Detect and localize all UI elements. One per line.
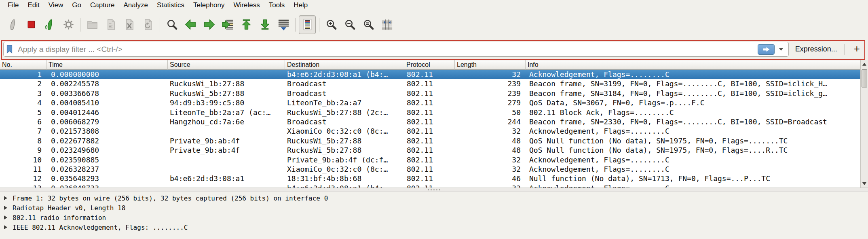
cell-destination: b4:e6:2d:d3:08:a1 (b4:… bbox=[285, 184, 404, 188]
scrollbar-thumb[interactable] bbox=[862, 69, 867, 87]
open-file-button[interactable] bbox=[84, 15, 101, 34]
packet-row-10[interactable]: 100.023590885Private_9b:ab:4f (dc:f…802.… bbox=[0, 155, 860, 164]
packet-row-5[interactable]: 50.004012446LiteonTe_bb:2a:a7 (ac:…Rucku… bbox=[0, 108, 860, 117]
cell-protocol: 802.11 bbox=[404, 117, 455, 126]
menu-analyze[interactable]: Analyze bbox=[119, 0, 152, 10]
cell-info: Null function (No data), SN=1713, FN=0, … bbox=[526, 174, 860, 183]
expression-button[interactable]: Expression... bbox=[795, 45, 837, 53]
apply-filter-button[interactable] bbox=[758, 44, 775, 55]
column-header-info[interactable]: Info bbox=[526, 60, 860, 70]
scroll-up-button[interactable] bbox=[861, 60, 868, 68]
cell-destination: LiteonTe_bb:2a:a7 bbox=[285, 98, 404, 107]
expander-arrow-icon[interactable] bbox=[4, 225, 7, 229]
cell-time: 0.023249680 bbox=[46, 145, 168, 155]
start-capture-button[interactable] bbox=[4, 15, 21, 34]
auto-scroll-button[interactable] bbox=[275, 15, 292, 34]
toolbar-separator bbox=[295, 18, 296, 32]
expander-arrow-icon[interactable] bbox=[4, 206, 7, 210]
zoom-in-button[interactable] bbox=[323, 15, 340, 34]
column-header-protocol[interactable]: Protocol bbox=[404, 60, 455, 70]
packet-row-6[interactable]: 60.006068279Hangzhou_cd:7a:6eBroadcast80… bbox=[0, 117, 860, 126]
cell-length: 48 bbox=[455, 136, 526, 145]
restart-capture-button[interactable] bbox=[41, 15, 58, 34]
restart-capture-icon bbox=[44, 18, 56, 31]
expander-arrow-icon[interactable] bbox=[4, 196, 7, 200]
packet-row-4[interactable]: 40.00400541094:d9:b3:99:c5:80LiteonTe_bb… bbox=[0, 98, 860, 107]
detail-row[interactable]: 802.11 radio information bbox=[0, 213, 868, 222]
colorize-packets-button[interactable] bbox=[299, 15, 316, 34]
go-back-icon bbox=[184, 18, 197, 31]
packet-row-9[interactable]: 90.023249680Private_9b:ab:4fRuckusWi_5b:… bbox=[0, 145, 860, 155]
add-filter-button[interactable]: + bbox=[851, 44, 862, 55]
resize-columns-button[interactable] bbox=[378, 15, 395, 34]
cell-length: 239 bbox=[455, 89, 526, 98]
scroll-down-button[interactable] bbox=[861, 180, 868, 187]
zoom-out-button[interactable] bbox=[341, 15, 358, 34]
cell-source bbox=[168, 70, 285, 79]
go-last-packet-button[interactable] bbox=[256, 15, 273, 34]
cell-protocol: 802.11 bbox=[404, 108, 455, 117]
column-header-no[interactable]: No. bbox=[0, 60, 46, 70]
cell-protocol: 802.11 bbox=[404, 136, 455, 145]
main-toolbar bbox=[0, 11, 868, 38]
arrow-down-icon bbox=[862, 182, 866, 185]
cell-length: 32 bbox=[455, 126, 526, 136]
packet-row-1[interactable]: 10.000000000b4:e6:2d:d3:08:a1 (b4:…802.1… bbox=[0, 70, 860, 79]
expander-arrow-icon[interactable] bbox=[4, 216, 7, 220]
menu-wireless[interactable]: Wireless bbox=[229, 0, 264, 10]
cell-length: 32 bbox=[455, 184, 526, 188]
go-back-button[interactable] bbox=[182, 15, 199, 34]
menu-tools[interactable]: Tools bbox=[264, 0, 289, 10]
cell-destination: Broadcast bbox=[285, 79, 404, 88]
column-header-destination[interactable]: Destination bbox=[285, 60, 404, 70]
close-file-button[interactable] bbox=[121, 15, 138, 34]
cell-no: 12 bbox=[0, 174, 46, 183]
packet-row-12[interactable]: 120.035648293b4:e6:2d:d3:08:a118:31:bf:4… bbox=[0, 174, 860, 183]
packet-row-7[interactable]: 70.021573808XiaomiCo_0c:32:c0 (8c:…802.1… bbox=[0, 126, 860, 136]
pane-splitter[interactable] bbox=[0, 188, 868, 192]
menu-go[interactable]: Go bbox=[68, 0, 86, 10]
menu-statistics[interactable]: Statistics bbox=[152, 0, 189, 10]
menu-view[interactable]: View bbox=[44, 0, 68, 10]
packet-row-13[interactable]: 130.036848733b4:e6:2d:d3:08:a1 (b4:…802.… bbox=[0, 184, 860, 188]
zoom-original-button[interactable] bbox=[360, 15, 377, 34]
packet-row-8[interactable]: 80.022677882Private_9b:ab:4fRuckusWi_5b:… bbox=[0, 136, 860, 145]
go-first-packet-button[interactable] bbox=[238, 15, 255, 34]
filterbar-divider bbox=[844, 44, 845, 55]
save-file-button[interactable] bbox=[102, 15, 119, 34]
go-forward-button[interactable] bbox=[201, 15, 218, 34]
detail-row[interactable]: Radiotap Header v0, Length 18 bbox=[0, 203, 868, 213]
cell-protocol: 802.11 bbox=[404, 155, 455, 164]
filter-history-dropdown-icon[interactable] bbox=[779, 48, 783, 51]
packet-row-2[interactable]: 20.002245578RuckusWi_1b:27:88Broadcast80… bbox=[0, 79, 860, 88]
menu-file[interactable]: File bbox=[3, 0, 23, 10]
menu-help[interactable]: Help bbox=[289, 0, 312, 10]
cell-protocol: 802.11 bbox=[404, 89, 455, 98]
cell-info: QoS Data, SN=3067, FN=0, Flags=.p....F.C bbox=[526, 98, 860, 107]
cell-info: Beacon frame, SN=3184, FN=0, Flags=.....… bbox=[526, 89, 860, 98]
display-filter-input[interactable]: Apply a display filter ... <Ctrl-/> bbox=[3, 42, 789, 57]
stop-capture-button[interactable] bbox=[23, 15, 40, 34]
detail-row[interactable]: Frame 1: 32 bytes on wire (256 bits), 32… bbox=[0, 193, 868, 203]
reload-file-button[interactable] bbox=[139, 15, 156, 34]
cell-destination: RuckusWi_5b:27:88 bbox=[285, 145, 404, 155]
column-header-time[interactable]: Time bbox=[46, 60, 168, 70]
column-header-source[interactable]: Source bbox=[168, 60, 285, 70]
arrow-up-icon bbox=[862, 63, 866, 66]
detail-row[interactable]: IEEE 802.11 Acknowledgement, Flags: ....… bbox=[0, 222, 868, 232]
zoom-in-icon bbox=[325, 18, 338, 31]
menu-telephony[interactable]: Telephony bbox=[189, 0, 229, 10]
packet-row-3[interactable]: 30.003366678RuckusWi_5b:27:88Broadcast80… bbox=[0, 89, 860, 98]
packet-list-scrollbar[interactable] bbox=[860, 60, 868, 188]
column-header-length[interactable]: Length bbox=[455, 60, 526, 70]
go-to-packet-button[interactable] bbox=[219, 15, 236, 34]
cell-no: 4 bbox=[0, 98, 46, 107]
filter-bookmark-icon[interactable] bbox=[6, 45, 13, 54]
menu-capture[interactable]: Capture bbox=[86, 0, 119, 10]
capture-options-button[interactable] bbox=[60, 15, 77, 34]
find-packet-button[interactable] bbox=[163, 15, 180, 34]
cell-info: Acknowledgement, Flags=........C bbox=[526, 126, 860, 136]
cell-source: Private_9b:ab:4f bbox=[168, 145, 285, 155]
menu-edit[interactable]: Edit bbox=[23, 0, 44, 10]
packet-row-11[interactable]: 110.026328237XiaomiCo_0c:32:c0 (8c:…802.… bbox=[0, 164, 860, 174]
